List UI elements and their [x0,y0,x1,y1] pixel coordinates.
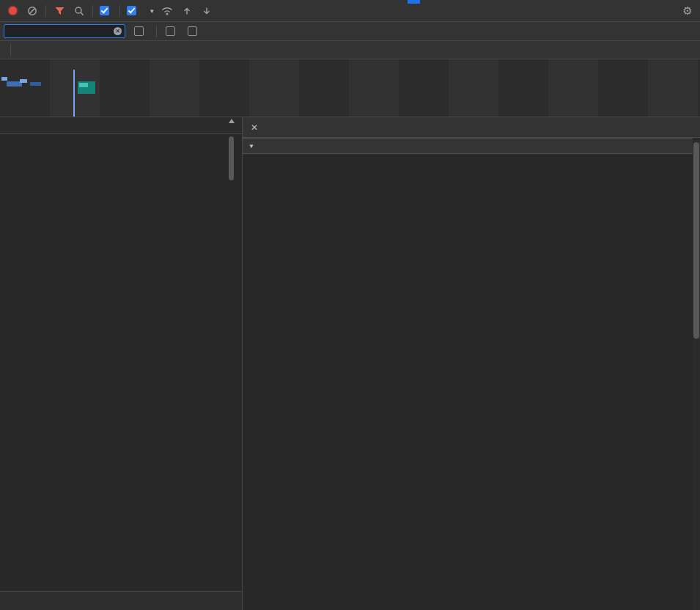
headers-panel: ▼ [243,138,693,610]
type-filter-bar [0,41,700,59]
divider [156,26,157,37]
settings-gear-icon[interactable]: ⚙ [681,4,694,18]
record-button[interactable] [6,4,19,18]
overview-activity-bar [20,79,27,83]
network-summary-bar [0,591,242,610]
request-headers-list [243,154,693,156]
disclosure-triangle-icon: ▼ [248,143,254,150]
search-icon[interactable] [73,4,86,18]
throttling-dropdown[interactable]: ▾ [147,7,154,15]
highlight-strip [408,0,420,4]
chevron-down-icon: ▾ [150,7,154,15]
name-column-header[interactable] [0,117,242,134]
request-list-pane [0,117,243,610]
import-har-icon[interactable] [180,4,194,18]
scroll-up-arrow-icon[interactable] [229,119,235,123]
scrollbar[interactable] [228,119,235,180]
scrollbar-thumb[interactable] [693,142,699,339]
divider [92,5,93,17]
overview-selection-line [73,70,75,117]
overview-activity-bar [30,82,41,86]
close-icon[interactable]: ✕ [251,122,258,133]
checkbox-icon [166,26,175,36]
invert-checkbox[interactable] [134,26,147,36]
divider [45,5,46,17]
overview-activity-block [79,83,88,87]
divider [119,5,120,17]
request-headers-section-header[interactable]: ▼ [243,138,693,154]
network-toolbar: ▾ ⚙ [0,0,700,22]
checkbox-icon [134,26,144,36]
scrollbar[interactable] [693,138,700,610]
scrollbar-thumb[interactable] [229,136,234,180]
devtools-network-panel: ▾ ⚙ [0,0,700,610]
hide-extension-urls-checkbox[interactable] [188,26,201,36]
filter-input-box[interactable] [4,24,125,38]
record-icon [9,7,17,15]
overview-activity-bar [1,77,7,81]
filter-funnel-icon[interactable] [53,4,66,18]
checkbox-checked-icon [127,6,136,15]
clear-network-log-icon[interactable] [26,4,39,18]
timeline-overview[interactable] [0,59,700,117]
checkbox-icon [188,26,197,36]
hide-data-urls-checkbox[interactable] [166,26,179,36]
preserve-log-checkbox[interactable] [100,6,113,15]
filter-bar [0,22,700,41]
divider [10,44,11,56]
request-details-pane: ✕ ▼ [243,117,700,610]
checkbox-checked-icon [100,6,109,15]
clear-filter-icon[interactable] [114,27,122,35]
network-conditions-icon[interactable] [161,4,174,18]
request-list [0,134,242,591]
details-tab-bar: ✕ [243,117,700,138]
filter-input[interactable] [7,26,111,37]
disable-cache-checkbox[interactable] [127,6,140,15]
export-har-icon[interactable] [200,4,213,18]
